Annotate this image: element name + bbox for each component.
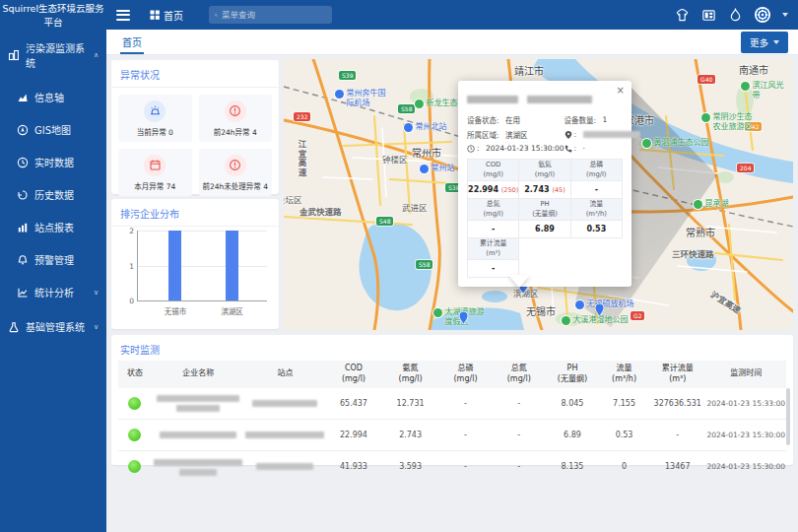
chevron-down-icon: ∨ <box>94 289 99 297</box>
realtime-monitor-panel: 实时监测 状态 企业名称 站点 COD(mg/l) 氨氮(mg/l) 总磷(mg… <box>111 335 793 465</box>
chevron-up-icon: ∧ <box>94 51 99 59</box>
abnormal-card-month[interactable]: 本月异常 74 <box>118 149 192 196</box>
table-row[interactable]: 65.437 12.731 - - 8.045 7.155 327636.531… <box>118 388 786 420</box>
menu-search[interactable] <box>209 6 332 24</box>
poi-lake[interactable]: 昆承湖 <box>694 199 729 209</box>
search-icon <box>215 11 218 20</box>
clock-icon <box>467 145 475 153</box>
station-redacted <box>245 451 325 483</box>
map-label-road: 金武快速路 <box>299 205 342 217</box>
road-shield: G40 <box>698 75 715 84</box>
abnormal-card-label: 前24h未处理异常 4 <box>203 180 268 191</box>
abnormal-card-current[interactable]: 当前异常 0 <box>118 95 192 142</box>
sidebar-group-base-system[interactable]: 基础管理系统 ∨ <box>0 308 106 345</box>
sidebar-item-alert-management[interactable]: 预警管理 <box>0 243 106 276</box>
table-row[interactable]: 22.994 2.743 - - 6.89 0.53 - 2024-01-23 … <box>118 420 786 451</box>
sidebar-item-label: 历史数据 <box>34 187 74 202</box>
sidebar-item-label: 实时数据 <box>34 155 74 169</box>
road-shield: 232 <box>294 112 310 121</box>
bar-wuxi[interactable] <box>168 231 181 300</box>
poi-metro-station[interactable]: 常州北站 <box>404 122 447 132</box>
sidebar-item-info-axis[interactable]: 信息轴 <box>0 81 106 113</box>
sidebar-item-label: 站点报表 <box>34 220 74 234</box>
airport-icon <box>335 90 344 99</box>
poi-agritourism[interactable]: 常阴沙生态农业旅游区 <box>701 112 759 132</box>
panel-title: 实时监测 <box>111 335 793 359</box>
map-label-city: 南通市 <box>739 62 768 77</box>
map-label-city: 常州市 <box>412 145 441 160</box>
map[interactable]: 靖江市 南通市 张家港市 常州市 钟楼区 金坛区 金武快速路 武进区 常熟市 三… <box>284 59 793 330</box>
tab-bar: 首页 更多 <box>106 30 798 55</box>
station-name-redacted <box>467 89 623 107</box>
search-input[interactable] <box>222 10 326 20</box>
table-scrollbar[interactable] <box>786 388 790 445</box>
breadcrumb-home[interactable]: 首页 <box>150 8 183 23</box>
sidebar-item-station-report[interactable]: 站点报表 <box>0 211 106 243</box>
table-header-row: 状态 企业名称 站点 COD(mg/l) 氨氮(mg/l) 总磷(mg/l) 总… <box>118 361 786 388</box>
popup-info-fields: 设备状态: 在用 设备数量: 1 所属区域: 滨湖区 : : 2024-01-2… <box>467 114 623 153</box>
poi-scenic[interactable]: 滨江风光带 <box>741 81 788 100</box>
close-icon[interactable]: × <box>617 85 625 96</box>
road-shield: G2 <box>631 311 644 320</box>
siren-icon <box>144 100 166 122</box>
enterprise-name-redacted <box>152 451 245 483</box>
sidebar-item-gis-map[interactable]: GIS地图 <box>0 113 106 146</box>
sidebar-group-pollution-monitor[interactable]: 污染源监测系统 ∧ <box>0 30 106 81</box>
more-button[interactable]: 更多 <box>741 32 788 53</box>
sidebar-item-statistics[interactable]: 统计分析 ∨ <box>0 276 106 308</box>
enterprise-distribution-panel: 排污企业分布 2 1 0 无锡市 滨湖区 <box>111 199 279 329</box>
alert-circle-icon <box>225 100 246 122</box>
station-redacted <box>245 388 325 420</box>
poi-metro-station[interactable]: 常州站 <box>420 164 455 173</box>
x-category: 无锡市 <box>165 305 187 316</box>
popup-metrics-table: COD(mg/l) 氨氮(mg/l) 总磷(mg/l) 22.994 (250)… <box>467 159 623 278</box>
poi-airport[interactable]: 常州奔牛国际机场 <box>335 89 390 108</box>
park-icon <box>642 139 651 148</box>
sidebar-item-realtime-data[interactable]: 实时数据 <box>0 146 106 178</box>
poi-park[interactable]: 黄泗浦生态公园 <box>642 138 709 148</box>
map-label-city: 常熟市 <box>686 225 715 239</box>
map-label-city: 靖江市 <box>514 63 544 78</box>
region: 滨湖区 <box>505 129 528 140</box>
panel-title: 排污企业分布 <box>111 199 279 227</box>
map-label-district: 武进区 <box>402 201 428 213</box>
abnormal-card-24h[interactable]: 前24h异常 4 <box>199 95 273 142</box>
flame-icon[interactable] <box>728 8 743 23</box>
park-icon <box>701 113 710 122</box>
history-icon <box>17 189 29 201</box>
avatar[interactable] <box>755 7 770 23</box>
station-info-popup: × 设备状态: 在用 设备数量: 1 所属区域: 滨湖区 : : 2024-01… <box>458 81 632 287</box>
sidebar-item-label: 信息轴 <box>34 90 64 104</box>
bar-binhu[interactable] <box>226 231 238 300</box>
park-icon <box>433 308 442 317</box>
enterprise-name-redacted <box>152 388 245 420</box>
sidebar-item-label: 预警管理 <box>34 252 74 267</box>
chevron-down-icon[interactable] <box>782 13 788 17</box>
poi-wetland-park[interactable]: 大溪港湿地公园 <box>562 315 629 325</box>
layout-icon[interactable] <box>701 8 716 23</box>
sidebar-item-label: GIS地图 <box>34 122 71 137</box>
table-row[interactable]: 41.933 3.593 - - 8.135 0 13467 2024-01-2… <box>118 451 786 483</box>
map-label-road: 三环快速路 <box>672 247 714 259</box>
x-category: 滨湖区 <box>221 305 243 316</box>
sidebar-group-label: 基础管理系统 <box>26 319 85 334</box>
shirt-icon[interactable] <box>675 8 690 23</box>
realtime-table: 状态 企业名称 站点 COD(mg/l) 氨氮(mg/l) 总磷(mg/l) 总… <box>118 361 786 483</box>
hamburger-icon[interactable] <box>116 7 130 23</box>
poi-airport[interactable]: 无锡硕放机场 <box>575 299 634 309</box>
phone-icon <box>565 145 572 153</box>
map-marker-small[interactable] <box>595 303 604 316</box>
monitor-system-icon <box>8 49 20 61</box>
abnormal-card-label: 前24h异常 4 <box>214 126 257 137</box>
abnormal-card-unhandled[interactable]: 前24h未处理异常 4 <box>199 149 273 196</box>
airport-icon <box>575 300 584 309</box>
more-button-label: 更多 <box>750 35 768 49</box>
device-count: 1 <box>603 115 608 124</box>
map-marker-small[interactable] <box>459 311 468 324</box>
sidebar-item-history-data[interactable]: 历史数据 <box>0 178 106 211</box>
map-label-road: 江宜高速 <box>296 140 307 177</box>
tab-home[interactable]: 首页 <box>120 30 144 54</box>
road-shield: S58 <box>398 104 415 113</box>
chevron-down-icon <box>773 40 779 44</box>
y-tick: 2 <box>129 227 134 235</box>
